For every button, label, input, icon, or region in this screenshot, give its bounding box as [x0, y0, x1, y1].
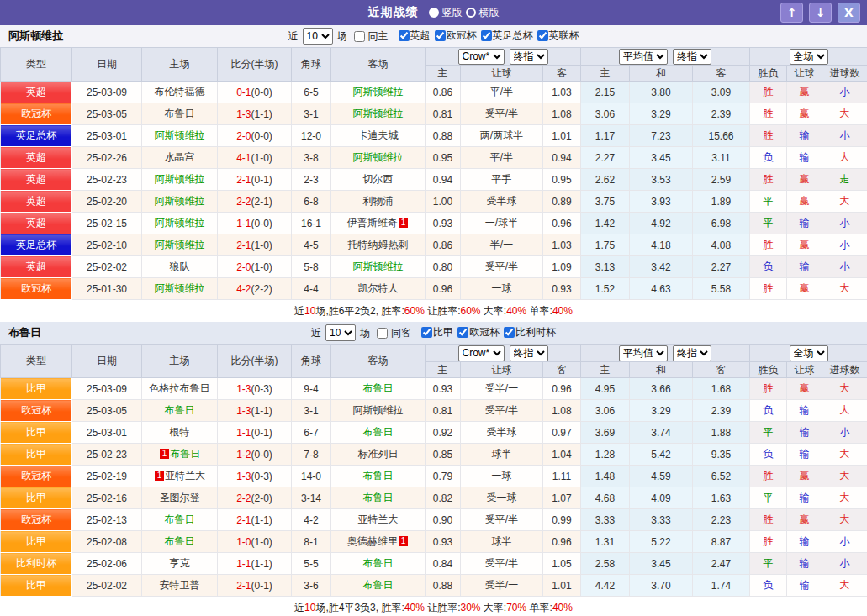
final-odds-select[interactable]: 终指: [510, 49, 548, 65]
match-score: 1-1(0-0): [218, 213, 292, 234]
column-header-away: 客场: [331, 48, 426, 82]
column-header-goals: 进球数: [822, 66, 867, 82]
league-filter-checkbox[interactable]: [481, 30, 492, 41]
result-winloss: 胜: [750, 103, 787, 125]
result-scope-group: 全场: [750, 48, 867, 66]
page-title: 近期战绩: [368, 5, 419, 20]
home-odds: 1.00: [426, 191, 461, 213]
match-scope-select[interactable]: 全场: [790, 345, 828, 361]
horizontal-layout-radio[interactable]: [466, 8, 476, 18]
summary-text: 大率:: [481, 602, 507, 613]
column-header-score: 比分(半场): [218, 345, 292, 378]
league-filter-label: 英足总杯: [493, 29, 533, 43]
league-type-badge: 比利时杯: [1, 553, 72, 575]
red-card-badge: 1: [399, 536, 409, 546]
column-header-avg-home: 主: [581, 362, 630, 378]
vertical-layout-radio[interactable]: [429, 8, 439, 18]
home-odds: 0.84: [426, 553, 461, 575]
results-table-body: 英超 25-03-09 1布伦特福德1 0-1(0-0) 6-5 1阿斯顿维拉1…: [1, 82, 867, 300]
handicap-line: 受平/半: [461, 103, 543, 125]
match-date: 25-02-13: [72, 509, 142, 531]
avg-home-odds: 4.95: [581, 378, 630, 400]
avg-away-odds: 1.89: [693, 191, 750, 213]
result-handicap: 输: [787, 422, 822, 444]
avg-away-odds: 6.52: [693, 466, 750, 487]
avg-draw-odds: 4.09: [630, 487, 693, 509]
final-odds-select-2[interactable]: 终指: [673, 49, 711, 65]
league-type-badge: 英足总杯: [1, 125, 72, 147]
league-filter-checkbox[interactable]: [435, 30, 446, 41]
match-date: 25-02-20: [72, 191, 142, 213]
match-count-select[interactable]: 10: [303, 28, 333, 45]
same-venue-checkbox[interactable]: [377, 328, 388, 339]
result-goals: 大: [822, 444, 867, 466]
average-select[interactable]: 平均值: [619, 49, 668, 65]
odds-company-select[interactable]: Crow*: [458, 49, 505, 65]
avg-away-odds: 2.39: [693, 103, 750, 125]
final-odds-select[interactable]: 终指: [510, 345, 548, 361]
league-type-badge: 比甲: [1, 422, 72, 444]
match-score: 4-2(2-2): [218, 278, 292, 300]
avg-away-odds: 2.23: [693, 509, 750, 531]
odds-company-select[interactable]: Crow*: [458, 345, 505, 361]
match-date: 25-02-10: [72, 234, 142, 256]
table-row: 英超 25-02-15 1阿斯顿维拉1 1-1(0-0) 16-1 1伊普斯维奇…: [1, 213, 867, 234]
league-filter-checkbox[interactable]: [537, 30, 548, 41]
result-goals: 小: [822, 256, 867, 278]
away-team: 1卡迪夫城1: [331, 125, 426, 147]
table-row: 英超 25-02-20 1阿斯顿维拉1 2-2(2-1) 6-8 1利物浦1 1…: [1, 191, 867, 213]
table-row: 英超 25-03-09 1布伦特福德1 0-1(0-0) 6-5 1阿斯顿维拉1…: [1, 82, 867, 103]
same-venue-checkbox[interactable]: [354, 31, 365, 42]
result-handicap: 赢: [787, 378, 822, 400]
result-goals: 大: [822, 191, 867, 213]
corner-score: 12-0: [292, 125, 331, 147]
match-scope-select[interactable]: 全场: [790, 49, 828, 65]
result-handicap: 赢: [787, 509, 822, 531]
match-count-select[interactable]: 10: [325, 324, 356, 341]
league-filter-checkbox[interactable]: [399, 30, 410, 41]
result-winloss: 胜: [750, 278, 787, 300]
result-winloss: 负: [750, 256, 787, 278]
column-header-handicap: 让球: [461, 66, 543, 82]
result-handicap: 输: [787, 444, 822, 466]
avg-draw-odds: 3.53: [630, 169, 693, 191]
avg-home-odds: 3.33: [581, 509, 630, 531]
league-filter-checkbox[interactable]: [457, 327, 468, 338]
move-up-button[interactable]: ↑: [780, 3, 803, 23]
column-header-handicap: 让球: [461, 362, 543, 378]
result-winloss: 胜: [750, 509, 787, 531]
corner-score: 3-6: [292, 575, 331, 597]
league-filter-label: 欧冠杯: [469, 325, 500, 340]
summary-text: 40%: [552, 305, 573, 317]
table-row: 欧冠杯 25-01-30 1阿斯顿维拉1 4-2(2-2) 4-4 1凯尔特人1…: [1, 278, 867, 300]
result-goals: 大: [822, 278, 867, 300]
away-team: 1阿斯顿维拉1: [331, 82, 426, 103]
league-filter-checkbox[interactable]: [421, 327, 432, 338]
record-summary: 近10场,胜6平2负2, 胜率:60% 让胜率:60% 大率:40% 单率:40…: [0, 300, 867, 322]
record-summary: 近10场,胜4平3负3, 胜率:40% 让胜率:30% 大率:70% 单率:40…: [0, 597, 867, 616]
result-scope-group: 全场: [750, 345, 867, 362]
match-date: 25-03-01: [72, 422, 142, 444]
match-date: 25-02-08: [72, 531, 142, 553]
league-type-badge: 比甲: [1, 575, 72, 597]
home-team: 1亚特兰大1: [142, 466, 218, 487]
away-odds: 1.08: [543, 400, 581, 422]
away-odds: 0.97: [543, 422, 581, 444]
team-name: 布鲁日: [8, 325, 41, 340]
close-button[interactable]: X: [838, 3, 860, 23]
column-header-corner: 角球: [292, 48, 331, 82]
result-handicap: 赢: [787, 278, 822, 300]
result-handicap: 输: [787, 575, 822, 597]
match-date: 25-03-05: [72, 400, 142, 422]
average-select[interactable]: 平均值: [619, 345, 668, 361]
result-goals: 走: [822, 169, 867, 191]
league-filter-checkbox[interactable]: [504, 327, 515, 338]
away-odds: 1.11: [543, 466, 581, 487]
result-winloss: 负: [750, 147, 787, 169]
match-score: 2-1(0-1): [218, 575, 292, 597]
result-handicap: 输: [787, 213, 822, 234]
final-odds-select-2[interactable]: 终指: [673, 345, 711, 361]
column-header-avg-away: 客: [693, 362, 750, 378]
result-handicap: 输: [787, 256, 822, 278]
move-down-button[interactable]: ↓: [809, 3, 832, 23]
